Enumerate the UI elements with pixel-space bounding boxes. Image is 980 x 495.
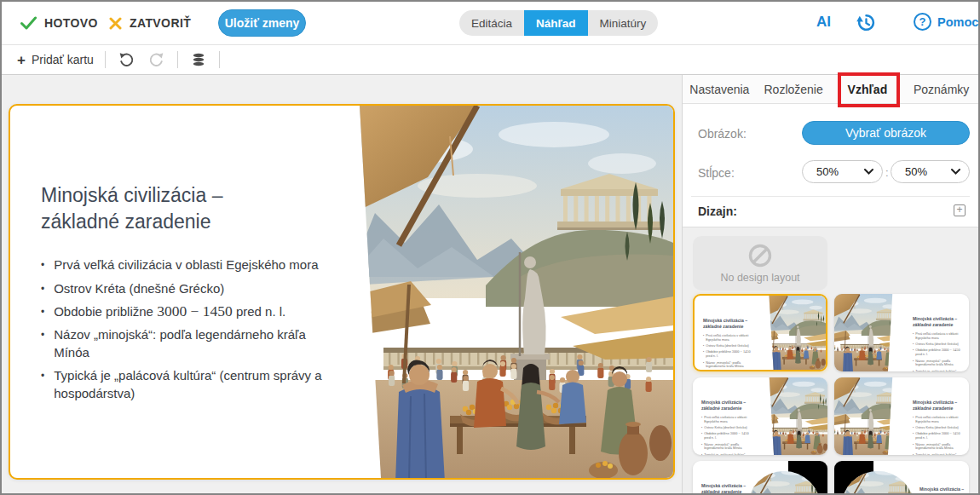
chevron-down-icon bbox=[951, 169, 960, 175]
bullet-item: •Obdobie približne 3000 − 1450 pred n. l… bbox=[701, 432, 754, 440]
bullet-item: •Typická je „palácová kultúra“ (centrum … bbox=[913, 370, 966, 371]
thumbnail-bullets: •Prvá veľká civilizácia v oblasti Egejsk… bbox=[913, 332, 966, 371]
column-left-value: 50% bbox=[816, 165, 839, 178]
slide-card: Minojská civilizácia – základné zaradeni… bbox=[9, 104, 675, 480]
bullet-item: •Prvá veľká civilizácia v oblasti Egejsk… bbox=[41, 256, 344, 273]
close-label: ZATVORIŤ bbox=[130, 16, 191, 30]
design-label: Dizajn: bbox=[698, 204, 737, 218]
divider bbox=[691, 196, 970, 197]
bullet-item: •Prvá veľká civilizácia v oblasti Egejsk… bbox=[701, 416, 754, 424]
bullet-item: •Názov „minojská“: podľa legendárneho kr… bbox=[913, 443, 966, 452]
bullet-item: •Ostrov Kréta (dnešné Grécko) bbox=[913, 426, 966, 430]
slide-text-block: Minojská civilizácia – základné zaradeni… bbox=[41, 182, 348, 408]
tab-nastavenia[interactable]: Nastavenia bbox=[683, 75, 757, 103]
select-image-button[interactable]: Vybrať obrázok bbox=[802, 121, 970, 145]
thumbnail-image bbox=[834, 294, 899, 371]
bullet-item: •Ostrov Kréta (dnešné Grécko) bbox=[701, 426, 754, 430]
bullet-item: •Ostrov Kréta (dnešné Grécko) bbox=[703, 344, 756, 348]
bullet-item: •Obdobie približne 3000 − 1450 pred n. l… bbox=[913, 348, 966, 357]
bullet-item: •Názov „minojská“: podľa legendárneho kr… bbox=[913, 360, 966, 368]
no-design-label: No design layout bbox=[720, 272, 799, 284]
redo-icon[interactable] bbox=[147, 50, 166, 69]
slide-bullet-list: •Prvá veľká civilizácia v oblasti Egejsk… bbox=[41, 256, 344, 402]
slide-canvas: Minojská civilizácia – základné zaradeni… bbox=[2, 75, 682, 493]
thumbnail-bullets: •Prvá veľká civilizácia v oblasti Egejsk… bbox=[701, 416, 754, 455]
bullet-item: •Obdobie približne 3000 − 1450 pred n. l… bbox=[913, 432, 966, 440]
thumbnail-title: Minojská civilizácia – základné zaradeni… bbox=[701, 483, 748, 493]
close-button[interactable]: ZATVORIŤ bbox=[109, 10, 191, 36]
close-icon bbox=[109, 17, 122, 30]
undo-icon[interactable] bbox=[117, 50, 135, 69]
card-toolbar: + Pridať kartu bbox=[2, 44, 978, 75]
history-icon[interactable] bbox=[856, 12, 877, 33]
thumbnail-title: Minojská civilizácia – základné zaradeni… bbox=[913, 400, 960, 412]
thumbnail-title: Minojská civilizácia – základné zaradeni… bbox=[703, 318, 750, 330]
help-button[interactable]: ? Pomoc bbox=[914, 13, 978, 31]
layers-stack-icon[interactable] bbox=[189, 50, 208, 69]
help-label: Pomoc bbox=[937, 15, 978, 29]
columns-separator: : bbox=[885, 166, 889, 179]
expand-icon[interactable]: + bbox=[954, 204, 966, 216]
no-design-icon bbox=[747, 243, 773, 268]
bullet-item: •Typická je „palácová kultúra“ (centrum … bbox=[701, 453, 754, 455]
check-icon bbox=[20, 16, 37, 30]
bullet-item: •Názov „minojská“: podľa legendárneho kr… bbox=[41, 326, 344, 361]
bullet-item: •Ostrov Kréta (dnešné Grécko) bbox=[913, 342, 966, 347]
add-card-label: Pridať kartu bbox=[32, 53, 94, 66]
thumbnail-image bbox=[763, 296, 826, 370]
design-thumbnail[interactable]: Minojská civilizácia – základné zaradeni… bbox=[693, 461, 827, 493]
design-thumbnail[interactable]: Minojská civilizácia – základné zaradeni… bbox=[834, 461, 969, 493]
done-label: HOTOVO bbox=[44, 16, 98, 30]
design-thumbnail[interactable]: Minojská civilizácia – základné zaradeni… bbox=[834, 294, 969, 371]
view-tab-nahlad[interactable]: Náhľad bbox=[524, 10, 587, 36]
thumbnail-title: Minojská civilizácia – základné zaradeni… bbox=[913, 316, 960, 328]
question-icon: ? bbox=[914, 13, 931, 31]
no-design-layout-option[interactable]: No design layout bbox=[693, 236, 827, 291]
column-left-select[interactable]: 50% bbox=[802, 160, 883, 183]
view-tab-editacia[interactable]: Editácia bbox=[459, 10, 524, 36]
chevron-down-icon bbox=[864, 169, 873, 175]
thumbnail-title: Minojská civilizácia – základné zaradeni… bbox=[919, 486, 966, 493]
slide-title: Minojská civilizácia – základné zaradeni… bbox=[41, 182, 305, 234]
columns-label: Stĺpce: bbox=[698, 166, 735, 180]
sidebar-tabs: Nastavenia Rozloženie Vzhľad Poznámky bbox=[683, 75, 978, 104]
bullet-item: •Názov „minojská“: podľa legendárneho kr… bbox=[703, 361, 756, 370]
view-tab-miniatury[interactable]: Miniatúry bbox=[588, 10, 659, 36]
bullet-item: •Prvá veľká civilizácia v oblasti Egejsk… bbox=[703, 334, 756, 342]
bullet-item: •Typická je „palácová kultúra“ (centrum … bbox=[41, 367, 344, 402]
app-window: HOTOVO ZATVORIŤ Uložiť zmeny Editácia Ná… bbox=[0, 0, 980, 495]
toolbar-separator bbox=[177, 51, 178, 68]
add-card-button[interactable]: + Pridať kartu bbox=[17, 53, 94, 67]
column-right-select[interactable]: 50% bbox=[891, 160, 970, 183]
thumbnail-image bbox=[763, 377, 827, 455]
design-layout-area: No design layout Minojská civilizácia – … bbox=[683, 227, 979, 493]
done-button[interactable]: HOTOVO bbox=[20, 10, 98, 36]
bullet-item: •Typická je „palácová kultúra“ (centrum … bbox=[913, 453, 966, 455]
market-scene-image bbox=[349, 106, 673, 478]
toolbar-separator bbox=[105, 51, 106, 68]
design-thumbnail[interactable]: Minojská civilizácia – základné zaradeni… bbox=[693, 294, 827, 371]
top-bar: HOTOVO ZATVORIŤ Uložiť zmeny Editácia Ná… bbox=[2, 2, 978, 44]
tab-poznamky[interactable]: Poznámky bbox=[904, 75, 978, 103]
bullet-item: •Prvá veľká civilizácia v oblasti Egejsk… bbox=[913, 416, 966, 424]
bullet-item: •Obdobie približne 3000 − 1450 pred n. l… bbox=[703, 350, 756, 359]
settings-sidebar: Nastavenia Rozloženie Vzhľad Poznámky Ob… bbox=[682, 75, 978, 493]
image-label: Obrázok: bbox=[698, 127, 747, 141]
bullet-item: •Názov „minojská“: podľa legendárneho kr… bbox=[701, 443, 754, 452]
save-changes-button[interactable]: Uložiť zmeny bbox=[218, 9, 306, 37]
tab-vzhlad[interactable]: Vzhľad bbox=[831, 75, 905, 103]
thumbnail-title: Minojská civilizácia – základné zaradeni… bbox=[701, 400, 748, 412]
bullet-item: •Prvá veľká civilizácia v oblasti Egejsk… bbox=[913, 332, 966, 341]
design-thumbnail[interactable]: Minojská civilizácia – základné zaradeni… bbox=[834, 377, 969, 455]
column-right-value: 50% bbox=[905, 165, 927, 178]
tab-rozlozenie[interactable]: Rozloženie bbox=[757, 75, 831, 103]
ai-button[interactable]: AI bbox=[816, 14, 831, 31]
bullet-item: •Obdobie približne 3000 − 1450 pred n. l… bbox=[41, 303, 344, 320]
thumbnail-image bbox=[834, 377, 899, 455]
thumbnail-bullets: •Prvá veľká civilizácia v oblasti Egejsk… bbox=[913, 416, 966, 455]
view-mode-switcher: Editácia Náhľad Miniatúry bbox=[459, 10, 658, 36]
plus-icon: + bbox=[17, 53, 26, 67]
design-thumbnail[interactable]: Minojská civilizácia – základné zaradeni… bbox=[693, 377, 827, 455]
thumbnail-bullets: •Prvá veľká civilizácia v oblasti Egejsk… bbox=[703, 334, 756, 371]
toolbar-separator bbox=[219, 51, 220, 68]
